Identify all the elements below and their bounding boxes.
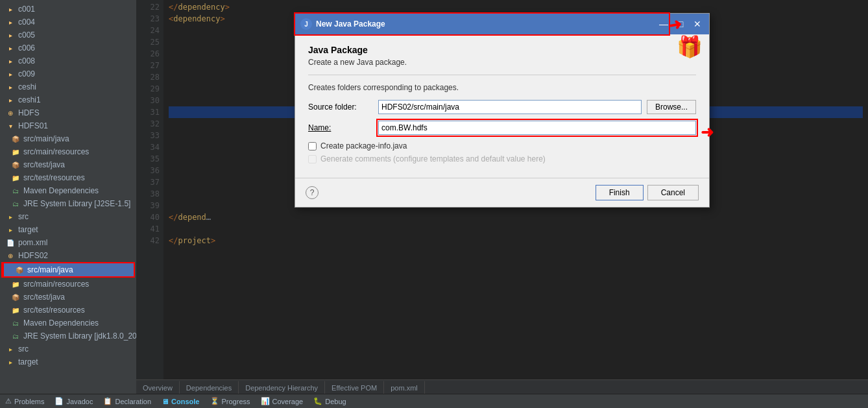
status-javadoc[interactable]: 📄 Javadoc: [54, 397, 93, 405]
sidebar-item-HDFS[interactable]: ⊕ HDFS: [0, 106, 136, 119]
sidebar-item-maven-deps[interactable]: 🗂 Maven Dependencies: [0, 184, 136, 197]
project-icon: ▸: [5, 69, 16, 79]
project-icon: ⊕: [5, 108, 16, 118]
sidebar-item-target-2[interactable]: ▸ target: [0, 355, 136, 368]
finish-button[interactable]: Finish: [596, 185, 644, 200]
sidebar-item-c001[interactable]: ▸ c001: [0, 3, 136, 16]
console-icon: 🖥: [162, 398, 169, 405]
dialog-minimize-button[interactable]: —: [657, 18, 670, 30]
sidebar-item-src-main-res-2[interactable]: 📁 src/main/resources: [0, 278, 136, 291]
browse-button[interactable]: Browse...: [647, 100, 696, 114]
sidebar-item-maven-deps-2[interactable]: 🗂 Maven Dependencies: [0, 317, 136, 330]
project-icon: ▸: [5, 17, 16, 27]
project-explorer: ▸ c001 ▸ c004 ▸ c005 ▸ c006 ▸ c008 ▸ c00…: [0, 0, 136, 394]
sidebar-item-src-test-java-2[interactable]: 📦 src/test/java: [0, 291, 136, 304]
package-icon: 📦: [10, 134, 21, 144]
sidebar-item-c006[interactable]: ▸ c006: [0, 42, 136, 54]
project-icon: ▸: [5, 4, 16, 14]
declaration-icon: 📋: [103, 397, 112, 405]
progress-icon: ⏳: [210, 397, 219, 405]
folder-icon: 📁: [10, 173, 21, 183]
package-icon: 📦: [14, 265, 25, 275]
sidebar-item-c005[interactable]: ▸ c005: [0, 29, 136, 42]
folder-icon: ▸: [5, 224, 16, 235]
project-icon: ▸: [5, 30, 16, 40]
create-package-info-checkbox[interactable]: [308, 142, 317, 150]
sidebar-item-c004[interactable]: ▸ c004: [0, 16, 136, 29]
sidebar-item-HDFS01[interactable]: ▾ HDFS01: [0, 119, 136, 132]
create-package-info-row: Create package-info.java: [308, 141, 696, 150]
editor-area: 22 23 24 25 26 27 28 29 30 31 32 33 34 3…: [136, 0, 868, 394]
status-console[interactable]: 🖥 Console: [162, 398, 199, 405]
status-debug[interactable]: 🐛 Debug: [313, 397, 346, 405]
folder-icon: 📁: [10, 279, 21, 289]
name-row: Name:: [308, 121, 696, 135]
status-problems[interactable]: ⚠ Problems: [5, 397, 44, 405]
name-label: Name:: [308, 123, 373, 132]
folder-icon: ▸: [5, 357, 16, 367]
create-package-info-label: Create package-info.java: [320, 141, 407, 150]
folder-icon: ▸: [5, 211, 16, 222]
project-icon: ⊕: [5, 250, 16, 261]
javadoc-icon: 📄: [54, 397, 64, 405]
library-icon: 🗂: [10, 198, 21, 209]
generate-comments-row: Generate comments (configure templates a…: [308, 154, 696, 163]
status-coverage[interactable]: 📊 Coverage: [261, 397, 304, 405]
sidebar-item-ceshi[interactable]: ▸ ceshi: [0, 80, 136, 93]
folder-icon: 📁: [10, 147, 21, 157]
sidebar-item-c009[interactable]: ▸ c009: [0, 67, 136, 80]
sidebar-item-src-main-res[interactable]: 📁 src/main/resources: [0, 145, 136, 158]
project-icon: ▸: [5, 82, 16, 92]
coverage-icon: 📊: [261, 397, 270, 405]
package-icon: 📦: [10, 292, 21, 302]
sidebar-item-src-test-res-2[interactable]: 📁 src/test/resources: [0, 304, 136, 317]
project-icon: ▸: [5, 43, 16, 53]
project-icon: ▸: [5, 56, 16, 66]
dialog-info-text: Creates folders corresponding to package…: [308, 83, 696, 92]
package-icon: 📦: [10, 160, 21, 170]
xml-icon: 📄: [5, 237, 16, 248]
help-button[interactable]: ?: [306, 186, 319, 199]
sidebar-item-c008[interactable]: ▸ c008: [0, 54, 136, 67]
library-icon: 🗂: [10, 318, 21, 328]
source-folder-input[interactable]: [378, 100, 642, 114]
dialog-footer: ? Finish Cancel: [295, 178, 709, 207]
project-icon: ▸: [5, 95, 16, 105]
sidebar-item-target[interactable]: ▸ target: [0, 223, 136, 236]
dialog-section-subtitle: Create a new Java package.: [308, 58, 696, 67]
status-declaration[interactable]: 📋 Declaration: [103, 397, 151, 405]
name-input[interactable]: [378, 121, 696, 135]
problems-icon: ⚠: [5, 397, 12, 405]
dialog-title: New Java Package: [316, 19, 653, 29]
source-folder-row: Source folder: Browse...: [308, 100, 696, 114]
library-icon: 🗂: [10, 331, 21, 341]
gift-icon: 🎁: [677, 34, 703, 59]
folder-icon: 📁: [10, 305, 21, 315]
dialog-divider: [308, 75, 696, 75]
status-bar: ⚠ Problems 📄 Javadoc 📋 Declaration 🖥 Con…: [0, 394, 868, 408]
generate-comments-label: Generate comments (configure templates a…: [320, 154, 546, 163]
source-folder-label: Source folder:: [308, 102, 373, 112]
sidebar-item-ceshi1[interactable]: ▸ ceshi1: [0, 93, 136, 106]
dialog-icon: J: [300, 18, 312, 30]
project-icon: ▾: [5, 121, 16, 131]
folder-icon: ▸: [5, 344, 16, 354]
sidebar-item-jre-lib[interactable]: 🗂 JRE System Library [J2SE-1.5]: [0, 197, 136, 210]
dialog-overlay: J New Java Package — □ ✕ 🎁 Java Package …: [136, 0, 868, 394]
dialog-body: 🎁 Java Package Create a new Java package…: [295, 34, 709, 178]
dialog-maximize-button[interactable]: □: [674, 18, 687, 30]
sidebar-item-HDFS02[interactable]: ⊕ HDFS02: [0, 249, 136, 262]
sidebar-item-src-main-java-2[interactable]: 📦 src/main/java: [4, 263, 134, 276]
sidebar-item-src-main-java[interactable]: 📦 src/main/java: [0, 132, 136, 145]
new-java-package-dialog: J New Java Package — □ ✕ 🎁 Java Package …: [295, 13, 710, 208]
sidebar-item-src[interactable]: ▸ src: [0, 210, 136, 223]
cancel-button[interactable]: Cancel: [647, 185, 699, 200]
sidebar-item-src-2[interactable]: ▸ src: [0, 342, 136, 355]
dialog-close-button[interactable]: ✕: [691, 18, 704, 30]
sidebar-item-pom-xml[interactable]: 📄 pom.xml: [0, 236, 136, 249]
status-progress[interactable]: ⏳ Progress: [210, 397, 250, 405]
sidebar-item-src-test-java[interactable]: 📦 src/test/java: [0, 158, 136, 171]
sidebar-item-src-test-res[interactable]: 📁 src/test/resources: [0, 171, 136, 184]
debug-icon: 🐛: [313, 397, 322, 405]
sidebar-item-jre-lib-2[interactable]: 🗂 JRE System Library [jdk1.8.0_20]: [0, 330, 136, 342]
